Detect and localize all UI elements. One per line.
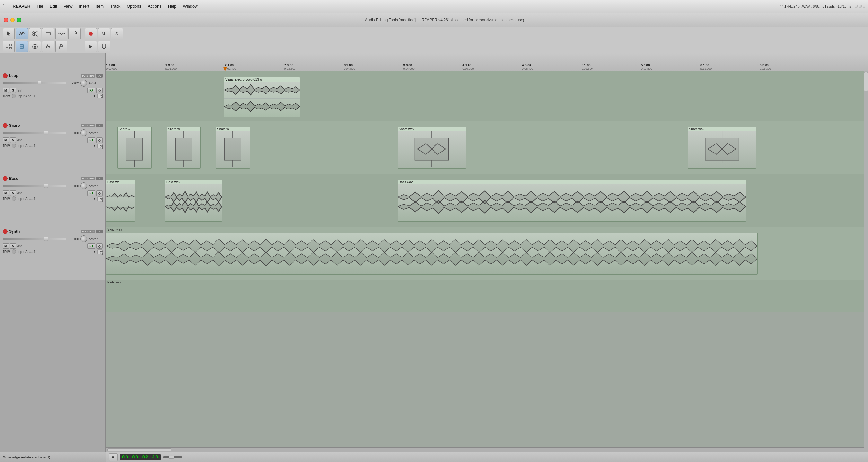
track-lane-pads[interactable]: Pads.wav [106,280,864,312]
transport-stop-btn[interactable]: ■ [108,453,118,461]
menu-item-options[interactable]: Options [124,3,145,9]
rotate-tool-button[interactable] [68,28,81,39]
envelope-tool-button[interactable] [16,28,28,39]
transport-progress[interactable] [163,456,182,458]
track-extras-loop[interactable]: ◇ [96,88,103,93]
track-pan-knob-synth[interactable] [80,235,87,242]
track-mute-synth[interactable]: M [3,243,9,249]
track-rec-button-loop[interactable] [3,73,8,78]
loop-button[interactable] [29,41,41,52]
track-mute-loop[interactable]: M [3,88,9,93]
nudge-button[interactable] [85,41,97,52]
track-solo-bass[interactable]: S [10,190,16,196]
track-fx-loop[interactable]: FX [87,88,95,93]
track-fx-synth[interactable]: FX [87,243,95,249]
track-lane-synth[interactable]: Synth.wav [106,227,864,280]
clip-snare-2[interactable]: Snare.w [167,127,201,168]
track-trim-knob-loop[interactable] [11,94,16,98]
track-io-loop[interactable]: I/O [96,74,103,78]
menu-item-edit[interactable]: Edit [46,3,60,9]
track-solo-loop[interactable]: S [10,88,16,93]
clip-bass-2[interactable]: Bass.wav [165,180,222,221]
clip-bass-1[interactable]: Bass.wa [106,180,135,221]
menu-item-window[interactable]: Window [180,3,201,9]
track-rec-button-synth[interactable] [3,229,8,234]
track-extras-bass[interactable]: ◇ [96,190,103,196]
scissor-tool-button[interactable] [29,28,41,39]
track-rec-button-bass[interactable] [3,176,8,181]
fader-knob-synth[interactable] [44,237,48,241]
clip-snare-5[interactable]: Snare.wav [688,127,756,168]
scrollbar-thumb[interactable] [864,72,868,91]
track-arrow-loop[interactable]: ▼ [93,94,96,98]
fader-knob-bass[interactable] [44,184,48,188]
menu-item-help[interactable]: Help [165,3,180,9]
track-lane-bass[interactable]: Bass.wa Bass.wav [106,174,864,227]
menu-item-actions[interactable]: Actions [145,3,165,9]
menu-item-reaper[interactable]: REAPER [10,3,33,9]
track-io-synth[interactable]: I/O [96,229,103,234]
menu-item-insert[interactable]: Insert [75,3,92,9]
track-mute-bass[interactable]: M [3,190,9,196]
ripple-tool-button[interactable] [55,28,67,39]
menu-item-item[interactable]: Item [92,3,107,9]
timeline-ruler[interactable]: 1.1.000:00.0001.3.000:01.2002.1.000:02.4… [106,53,868,71]
horizontal-scrollbar[interactable] [106,447,864,452]
fader-knob-snare[interactable] [44,131,48,135]
track-lane-loop[interactable]: VEE2 Electro Loop 013.w [106,71,864,121]
transport-progress-thumb[interactable] [169,456,174,459]
track-mute-snare[interactable]: M [3,137,9,143]
clip-snare-4[interactable]: Snare.wav [398,127,466,168]
minimize-button[interactable] [10,18,15,22]
track-volume-fader-snare[interactable] [3,132,66,134]
clip-label-vee2: VEE2 Electro Loop 013.w [224,78,300,82]
track-rec-button-snare[interactable] [3,123,8,128]
track-fx-bass[interactable]: FX [87,190,95,196]
clip-synth-1[interactable] [106,233,757,275]
track-io-bass[interactable]: I/O [96,177,103,180]
grid-snap-button[interactable] [3,41,15,52]
track-lane-snare[interactable]: Snare.w Snare.w [106,121,864,174]
track-trim-knob-bass[interactable] [11,196,16,201]
clip-snare-1[interactable]: Snare.w [117,127,151,168]
track-arrow-bass[interactable]: ▼ [93,197,96,201]
track-trim-knob-synth[interactable] [11,249,16,254]
h-scrollbar-thumb[interactable] [107,448,172,452]
solo-all-button[interactable]: S [111,28,123,39]
track-io-snare[interactable]: I/O [96,124,103,127]
clip-snare-3[interactable]: Snare.w [216,127,250,168]
track-pan-knob-snare[interactable] [80,129,87,136]
track-extras-snare[interactable]: ◇ [96,137,103,143]
vertical-scrollbar[interactable] [864,71,868,452]
track-arrow-snare[interactable]: ▼ [93,144,96,147]
track-solo-snare[interactable]: S [10,137,16,143]
stretch-tool-button[interactable] [42,28,54,39]
maximize-button[interactable] [17,18,21,22]
track-trim-knob-snare[interactable] [11,144,16,148]
track-extras-synth[interactable]: ◇ [96,243,103,249]
clip-bass-3[interactable]: Bass.wav [398,180,746,221]
lock-button[interactable] [55,41,67,52]
fader-knob-loop[interactable] [38,81,41,85]
track-volume-fader-synth[interactable] [3,238,66,240]
track-pan-knob-bass[interactable] [80,182,87,189]
menu-item-track[interactable]: Track [107,3,124,9]
arrange-area[interactable]: 1.1.000:00.0001.3.000:01.2002.1.000:02.4… [106,53,868,462]
menu-item-file[interactable]: File [33,3,46,9]
track-solo-synth[interactable]: S [10,243,16,249]
track-fx-snare[interactable]: FX [87,137,95,143]
mute-all-button[interactable]: M [98,28,110,39]
track-pan-knob-loop[interactable] [80,80,87,87]
snap-button[interactable] [16,41,28,52]
track-volume-fader-loop[interactable] [3,82,66,85]
menu-item-view[interactable]: View [60,3,75,9]
track-volume-fader-bass[interactable] [3,185,66,187]
clip-vee2-loop[interactable]: VEE2 Electro Loop 013.w [224,77,300,117]
record-arm-button[interactable] [85,28,97,39]
cursor-tool-button[interactable] [3,28,15,39]
apple-logo-icon[interactable]:  [3,3,4,9]
close-button[interactable] [4,18,8,22]
marker-button[interactable] [98,41,110,52]
track-arrow-synth[interactable]: ▼ [93,250,96,253]
auto-button[interactable] [42,41,54,52]
